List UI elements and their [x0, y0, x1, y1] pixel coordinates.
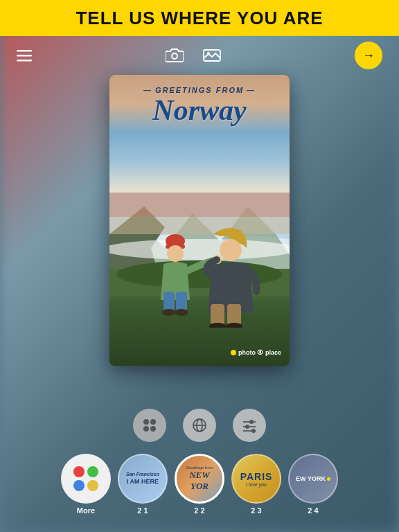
- svg-point-20: [162, 309, 176, 316]
- carousel-label-ny: 2 2: [194, 506, 204, 515]
- carousel-label-paris: 2 3: [251, 506, 261, 515]
- header-bar: TELL US WHERE YOU ARE: [0, 0, 399, 36]
- carousel-label-sf: 2 1: [137, 506, 148, 515]
- ny-inner: Greetings from NEW YOR: [177, 463, 222, 495]
- toolbar-center: [166, 48, 221, 63]
- carousel-thumb-paris: PARIS I love you: [231, 454, 281, 504]
- svg-point-17: [167, 245, 184, 262]
- svg-rect-18: [163, 292, 175, 311]
- carousel-item-paris[interactable]: PARIS I love you 2 3: [231, 454, 281, 515]
- svg-point-31: [150, 426, 156, 432]
- svg-point-23: [220, 239, 242, 261]
- carousel-thumb-ny: Greetings from NEW YOR: [175, 454, 224, 504]
- carousel-label-more: More: [77, 506, 95, 515]
- color-grid: [65, 458, 107, 499]
- carousel-item-newyork2[interactable]: EW YORK 2 4: [288, 454, 338, 515]
- watermark: photo ⦿ place: [231, 349, 281, 356]
- svg-rect-19: [176, 292, 187, 311]
- paris-inner: PARIS I love you: [240, 471, 273, 487]
- color-red: [73, 466, 85, 477]
- newyork2-dot: [327, 477, 330, 481]
- color-yellow: [87, 480, 98, 491]
- color-green: [87, 466, 98, 477]
- svg-point-40: [251, 429, 256, 433]
- greetings-from-text: GREETINGS FROM: [109, 86, 290, 94]
- svg-point-30: [143, 426, 149, 432]
- svg-rect-2: [17, 60, 32, 62]
- carousel-thumb-sf: San Francisco I AM HERE: [118, 454, 168, 504]
- svg-rect-1: [17, 55, 32, 57]
- arrow-icon: →: [362, 48, 375, 63]
- destination-text: Norway: [109, 94, 290, 126]
- people-figures: [137, 210, 262, 328]
- header-title: TELL US WHERE YOU ARE: [76, 8, 323, 29]
- next-arrow-button[interactable]: →: [355, 42, 382, 69]
- watermark-text: photo ⦿ place: [238, 349, 281, 356]
- svg-rect-24: [211, 304, 224, 325]
- svg-rect-0: [17, 50, 32, 52]
- svg-point-29: [150, 419, 156, 425]
- carousel-item-ny[interactable]: Greetings from NEW YOR 2 2: [175, 454, 224, 515]
- menu-icon[interactable]: [17, 48, 32, 63]
- svg-point-3: [172, 53, 177, 59]
- color-blue: [73, 480, 85, 491]
- bottom-toolbar: [0, 409, 399, 442]
- svg-point-5: [207, 52, 210, 55]
- carousel-thumb-colors: [61, 454, 111, 504]
- newyork2-inner: EW YORK: [296, 475, 330, 482]
- sf-text: San Francisco I AM HERE: [126, 472, 159, 485]
- style-carousel: More San Francisco I AM HERE 2 1 Greetin…: [0, 443, 399, 525]
- postcard: GREETINGS FROM Norway photo ⦿ place: [109, 75, 290, 366]
- svg-rect-25: [227, 304, 241, 325]
- camera-icon[interactable]: [166, 48, 184, 63]
- postcard-greeting: GREETINGS FROM Norway: [109, 86, 290, 126]
- svg-point-21: [175, 309, 188, 316]
- watermark-dot: [231, 350, 236, 355]
- carousel-thumb-newyork2: EW YORK: [288, 454, 338, 504]
- toolbar: →: [0, 36, 399, 75]
- grid-button[interactable]: [133, 409, 166, 442]
- svg-point-38: [245, 425, 249, 429]
- gallery-icon[interactable]: [203, 48, 221, 63]
- carousel-label-newyork2: 2 4: [308, 506, 318, 515]
- svg-point-28: [143, 419, 149, 425]
- filter-button[interactable]: [183, 409, 216, 442]
- carousel-item-more[interactable]: More: [61, 454, 111, 515]
- carousel-item-sf[interactable]: San Francisco I AM HERE 2 1: [118, 454, 168, 515]
- svg-point-36: [249, 420, 254, 424]
- sliders-button[interactable]: [233, 409, 266, 442]
